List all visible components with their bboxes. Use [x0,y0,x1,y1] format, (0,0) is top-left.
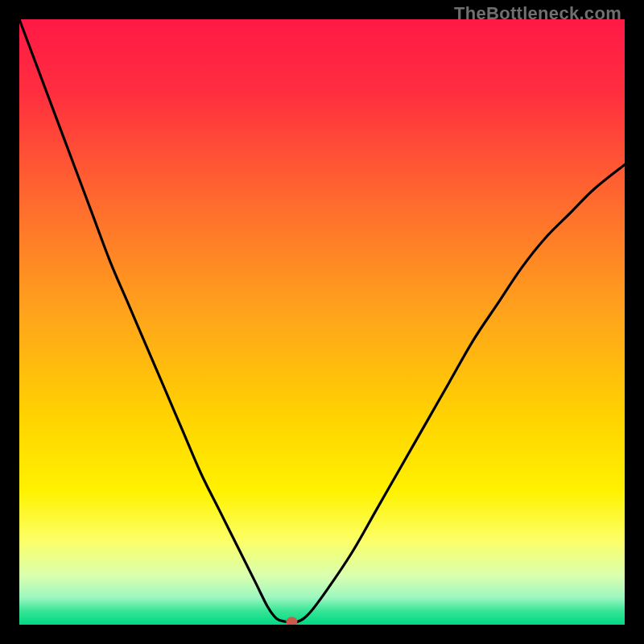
watermark-text: TheBottleneck.com [454,3,621,24]
chart-frame [19,19,625,625]
bottleneck-chart [19,19,625,625]
gradient-background [19,19,625,625]
